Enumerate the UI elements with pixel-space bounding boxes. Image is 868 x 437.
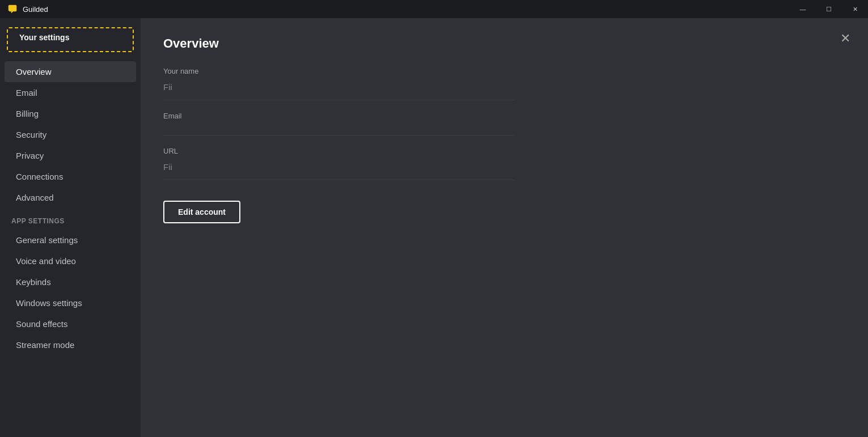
main-content: ✕ Overview Your name Fii Email URL Fii [141, 18, 868, 437]
sidebar-item-keybinds[interactable]: Keybinds [5, 271, 136, 292]
sidebar-item-billing[interactable]: Billing [5, 103, 136, 124]
sidebar-item-windows-settings[interactable]: Windows settings [5, 292, 136, 313]
window-controls: — ☐ ✕ [790, 0, 868, 18]
sidebar-item-advanced[interactable]: Advanced [5, 187, 136, 208]
field-divider-name [163, 100, 515, 100]
sidebar-title: Your settings [7, 27, 134, 52]
sidebar-item-security[interactable]: Security [5, 124, 136, 145]
field-label-url: URL [163, 147, 515, 155]
field-value-url: Fii [163, 159, 515, 175]
sidebar-item-voice-and-video[interactable]: Voice and video [5, 251, 136, 271]
field-group-url: URL Fii [163, 147, 515, 180]
titlebar: Guilded — ☐ ✕ [0, 0, 868, 18]
maximize-button[interactable]: ☐ [816, 0, 842, 18]
panel-title: Overview [163, 36, 515, 51]
sidebar-item-sound-effects[interactable]: Sound effects [5, 313, 136, 334]
field-group-name: Your name Fii [163, 67, 515, 100]
app-logo: Guilded [7, 3, 48, 15]
sidebar: Your settings Overview Email Billing Sec… [0, 18, 141, 437]
sidebar-item-privacy[interactable]: Privacy [5, 145, 136, 166]
close-window-button[interactable]: ✕ [842, 0, 868, 18]
field-divider-email [163, 135, 515, 135]
sidebar-item-overview[interactable]: Overview [5, 61, 136, 82]
sidebar-item-email[interactable]: Email [5, 82, 136, 103]
panel-close-button[interactable]: ✕ [836, 29, 854, 48]
overview-panel: Overview Your name Fii Email URL Fii Edi… [141, 18, 537, 241]
sidebar-item-connections[interactable]: Connections [5, 166, 136, 187]
app-container: Your settings Overview Email Billing Sec… [0, 18, 868, 437]
field-label-email: Email [163, 112, 515, 120]
app-settings-section-label: App settings [0, 208, 141, 230]
sidebar-item-general-settings[interactable]: General settings [5, 230, 136, 251]
sidebar-item-streamer-mode[interactable]: Streamer mode [5, 334, 136, 355]
field-group-email: Email [163, 112, 515, 135]
field-value-email [163, 124, 515, 130]
edit-account-button[interactable]: Edit account [163, 201, 240, 223]
field-label-name: Your name [163, 67, 515, 75]
minimize-button[interactable]: — [790, 0, 816, 18]
app-name-label: Guilded [23, 5, 48, 14]
field-value-name: Fii [163, 79, 515, 95]
field-divider-url [163, 180, 515, 180]
